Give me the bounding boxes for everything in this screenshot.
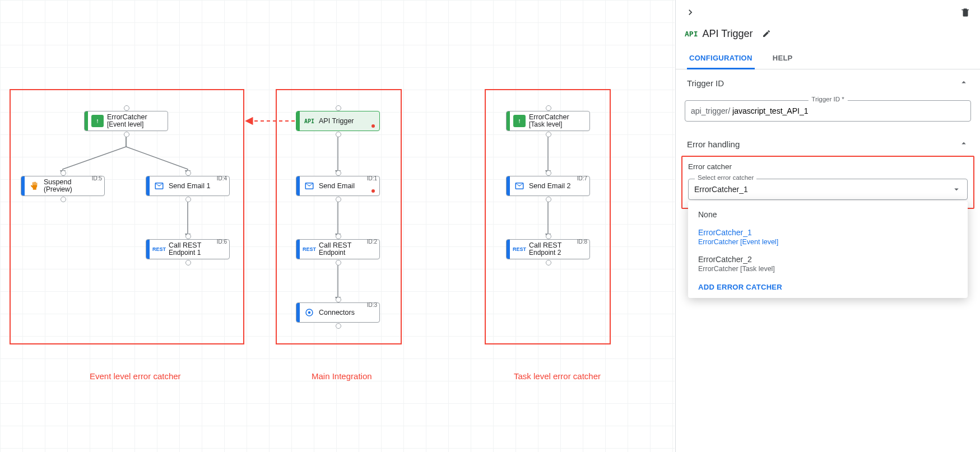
section-title: Trigger ID (687, 78, 724, 88)
node-send-email-2[interactable]: Send Email 2 ID:7 (506, 176, 590, 196)
connector-icon (303, 306, 315, 319)
error-icon (513, 115, 526, 127)
node-label: ErrorCatcher (107, 113, 165, 121)
section-title: Error handling (687, 139, 740, 149)
node-connectors[interactable]: Connectors ID:3 (296, 302, 380, 323)
dropdown-option-2[interactable]: ErrorCatcher_2 ErrorCatcher [Task level] (688, 250, 968, 277)
trigger-id-input[interactable] (731, 106, 965, 116)
section-error-handling-header[interactable]: Error handling (676, 131, 980, 156)
collapse-panel-button[interactable] (681, 3, 699, 21)
error-icon (91, 115, 104, 127)
node-id: ID:8 (577, 239, 587, 245)
node-sublabel: [Task level] (529, 121, 587, 129)
node-id: ID:1 (367, 175, 377, 181)
rest-icon: REST (153, 243, 165, 255)
panel-title: API Trigger (702, 28, 753, 40)
select-value: ErrorCatcher_1 (694, 185, 748, 194)
rest-icon: REST (513, 243, 526, 255)
trash-icon (960, 7, 970, 17)
node-id: ID:2 (367, 239, 377, 245)
chevron-right-icon (685, 7, 696, 18)
node-id: ID:7 (577, 175, 587, 181)
pencil-icon (762, 29, 771, 38)
node-rest-2[interactable]: REST Call REST Endpoint 2 ID:8 (506, 239, 590, 259)
workflow-canvas[interactable]: Event level error catcher Main Integrati… (0, 0, 675, 452)
node-label: Connectors (319, 309, 377, 316)
node-api-trigger[interactable]: API API Trigger (296, 111, 380, 131)
select-label: Select error catcher (695, 174, 756, 181)
error-dot-icon (371, 124, 375, 128)
task-section-caption: Task level error catcher (514, 371, 601, 381)
node-send-email[interactable]: Send Email ID:1 (296, 176, 380, 196)
node-sublabel: [Event level] (107, 121, 165, 129)
error-catcher-select[interactable]: ErrorCatcher_1 (688, 179, 968, 200)
node-label: Send Email 2 (529, 182, 587, 190)
node-label: Send Email (319, 182, 377, 190)
node-errorcatcher-event[interactable]: ErrorCatcher [Event level] (84, 111, 168, 131)
node-suspend[interactable]: Suspend (Preview) ID:5 (21, 176, 105, 196)
error-catcher-dropdown: None ErrorCatcher_1 ErrorCatcher [Event … (688, 201, 968, 298)
mail-icon (513, 180, 526, 192)
section-trigger-id-header[interactable]: Trigger ID (676, 69, 980, 95)
dropdown-option-none[interactable]: None (688, 206, 968, 223)
tab-configuration[interactable]: CONFIGURATION (687, 49, 755, 69)
node-id: ID:6 (217, 239, 227, 245)
node-label: Send Email 1 (169, 182, 227, 190)
rest-icon: REST (303, 243, 315, 255)
error-catcher-title: Error catcher (688, 162, 968, 171)
node-label: API Trigger (319, 117, 377, 125)
node-sublabel: Endpoint (319, 249, 377, 257)
chevron-up-icon (959, 138, 969, 150)
error-dot-icon (371, 189, 375, 193)
mail-icon (303, 180, 315, 192)
event-section-caption: Event level error catcher (90, 371, 181, 381)
trigger-id-prefix: api_trigger/ (691, 106, 730, 115)
node-sublabel: Endpoint 1 (169, 249, 227, 257)
node-sublabel: Endpoint 2 (529, 249, 587, 257)
field-label: Trigger ID * (808, 96, 847, 102)
main-section-caption: Main Integration (312, 371, 372, 381)
tabs: CONFIGURATION HELP (676, 49, 980, 69)
chevron-down-icon (951, 184, 962, 194)
node-id: ID:5 (92, 175, 102, 181)
node-label: ErrorCatcher (529, 113, 587, 121)
svg-point-2 (308, 311, 311, 314)
properties-panel: API API Trigger CONFIGURATION HELP Trigg… (675, 0, 980, 452)
delete-button[interactable] (956, 3, 974, 21)
node-rest-1[interactable]: REST Call REST Endpoint 1 ID:6 (146, 239, 230, 259)
tab-help[interactable]: HELP (770, 49, 795, 69)
node-id: ID:4 (217, 175, 227, 181)
add-error-catcher-button[interactable]: ADD ERROR CATCHER (688, 277, 968, 295)
hand-icon (28, 180, 40, 192)
api-icon: API (685, 30, 698, 38)
api-icon: API (303, 115, 315, 127)
node-id: ID:3 (367, 302, 377, 308)
node-rest[interactable]: REST Call REST Endpoint ID:2 (296, 239, 380, 259)
dropdown-option-1[interactable]: ErrorCatcher_1 ErrorCatcher [Event level… (688, 223, 968, 250)
node-sublabel: (Preview) (44, 186, 102, 194)
chevron-up-icon (959, 77, 969, 89)
edit-title-button[interactable] (758, 25, 775, 43)
node-errorcatcher-task[interactable]: ErrorCatcher [Task level] (506, 111, 590, 131)
error-catcher-block: Error catcher Select error catcher Error… (681, 156, 974, 209)
trigger-id-field[interactable]: api_trigger/ (685, 100, 971, 122)
node-send-email-1[interactable]: Send Email 1 ID:4 (146, 176, 230, 196)
mail-icon (153, 180, 165, 192)
